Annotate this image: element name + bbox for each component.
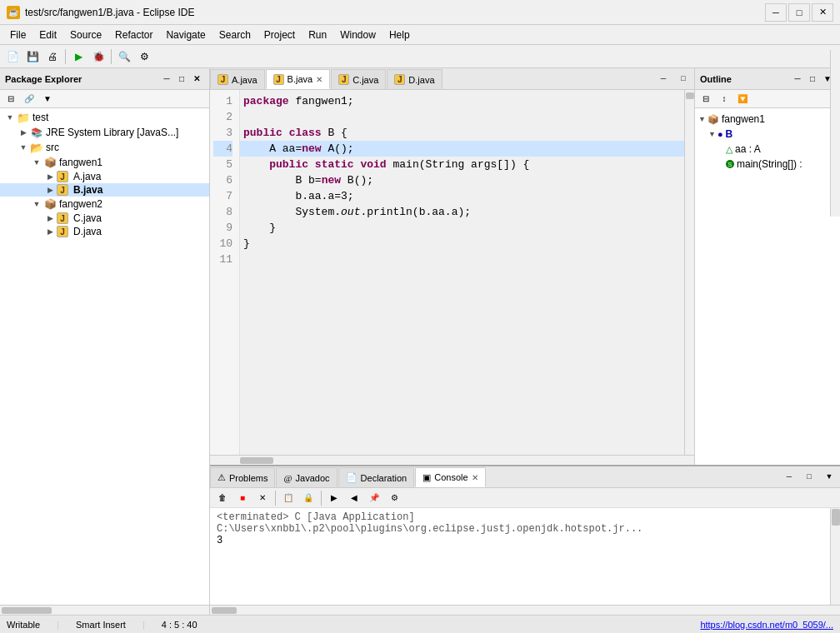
tree-item-jre[interactable]: ▶ 📚 JRE System Library [JavaS...] [0, 125, 209, 140]
console-prev[interactable]: ◀ [345, 489, 363, 507]
tree-item-Djava[interactable]: ▶ J D.java [0, 225, 209, 238]
menu-item-file[interactable]: File [3, 27, 32, 42]
package-explorer-toolbar: ⊟ 🔗 ▼ [0, 90, 209, 108]
toolbar-print[interactable]: 🖨 [43, 47, 62, 66]
tab-problems[interactable]: ⚠ Problems [210, 467, 275, 487]
editor-scroll-thumb-h[interactable] [240, 457, 273, 464]
link-with-editor-button[interactable]: 🔗 [20, 90, 38, 108]
menu-item-window[interactable]: Window [333, 27, 382, 42]
outline-maximize[interactable]: □ [805, 72, 820, 87]
tree-item-Ajava[interactable]: ▶ J A.java [0, 170, 209, 183]
tab-console[interactable]: ▣ Console ✕ [415, 467, 485, 487]
maximize-button[interactable]: □ [788, 3, 810, 22]
console-scrollbar-v[interactable] [830, 508, 840, 605]
tree-item-test[interactable]: ▼ 📁 test [0, 110, 209, 125]
status-bar: Writable | Smart Insert | 4 : 5 : 40 htt… [0, 615, 840, 633]
console-sep-2 [321, 491, 322, 506]
console-scroll-thumb[interactable] [832, 509, 840, 526]
tree-label-jre: JRE System Library [JavaS...] [46, 127, 178, 138]
bottom-menu[interactable]: ▼ [820, 467, 838, 486]
outline-label-B: B [726, 128, 733, 140]
tree-icon-Djava: J [57, 226, 68, 237]
editor-scrollbar-h[interactable] [210, 455, 694, 465]
close-button[interactable]: ✕ [812, 3, 833, 22]
outline-scrollbar[interactable] [830, 50, 840, 217]
outline-item-aa[interactable]: ▶ △ aa : A [695, 142, 840, 157]
collapse-all-button[interactable]: ⊟ [2, 90, 20, 108]
console-terminated-line: <terminated> C [Java Application] C:\Use… [217, 511, 823, 535]
tree-item-fangwen1[interactable]: ▼ 📦 fangwen1 [0, 155, 209, 170]
package-explorer-close[interactable]: ✕ [189, 72, 204, 87]
outline-icon-main: S [726, 160, 734, 168]
horizontal-scroll-thumb[interactable] [2, 607, 52, 614]
tab-javadoc[interactable]: @ Javadoc [276, 467, 337, 487]
minimize-button[interactable]: ─ [765, 3, 787, 22]
outline-item-B[interactable]: ▼ ● B [695, 127, 840, 142]
package-explorer-scrollbar[interactable] [0, 605, 209, 615]
code-line-11 [240, 252, 684, 267]
menu-item-navigate[interactable]: Navigate [159, 27, 212, 42]
bottom-minimize[interactable]: ─ [780, 467, 798, 486]
status-insert-mode: Smart Insert [76, 620, 126, 630]
menu-item-help[interactable]: Help [382, 27, 417, 42]
menu-item-refactor[interactable]: Refactor [108, 27, 159, 42]
console-scrollbar-h[interactable] [210, 605, 840, 615]
outline-collapse[interactable]: ⊟ [697, 90, 715, 108]
bottom-maximize[interactable]: □ [800, 467, 818, 486]
editor-minimize[interactable]: ─ [654, 69, 672, 87]
outline-item-main[interactable]: ▶ S main(String[]) : [695, 157, 840, 172]
outline-item-fangwen1[interactable]: ▼ 📦 fangwen1 [695, 112, 840, 127]
package-explorer-maximize[interactable]: □ [174, 72, 189, 87]
console-remove[interactable]: ✕ [253, 489, 272, 507]
toolbar-debug[interactable]: 🐞 [89, 47, 108, 66]
tab-Djava[interactable]: J D.java [387, 69, 442, 89]
menu-item-edit[interactable]: Edit [32, 27, 63, 42]
tree-item-fangwen2[interactable]: ▼ 📦 fangwen2 [0, 197, 209, 212]
code-content[interactable]: package fangwen1; public class B { A aa=… [240, 90, 684, 455]
console-next[interactable]: ▶ [325, 489, 343, 507]
tab-close-Bjava[interactable]: ✕ [316, 75, 322, 84]
console-terminate[interactable]: ■ [233, 489, 252, 507]
toolbar-new[interactable]: 📄 [3, 47, 22, 66]
line-num-1: 1 [213, 93, 232, 109]
menu-item-search[interactable]: Search [212, 27, 258, 42]
tree-item-src[interactable]: ▼ 📂 src [0, 140, 209, 155]
outline-minimize[interactable]: ─ [790, 72, 805, 87]
editor-scroll-thumb-v[interactable] [686, 92, 694, 99]
tree-icon-src: 📂 [30, 141, 43, 154]
console-pin[interactable]: 📌 [365, 489, 383, 507]
toolbar: 📄 💾 🖨 ▶ 🐞 🔍 ⚙ [0, 45, 840, 68]
package-explorer-minimize[interactable]: ─ [159, 72, 174, 87]
editor-main: J A.java J B.java ✕ J [210, 68, 694, 465]
tree-arrow-Ajava: ▶ [43, 172, 57, 181]
menu-item-source[interactable]: Source [63, 27, 108, 42]
tree-item-Bjava[interactable]: ▶ J B.java [0, 183, 209, 197]
menu-item-project[interactable]: Project [258, 27, 302, 42]
tree-item-Cjava[interactable]: ▶ J C.java [0, 212, 209, 225]
tab-label-console: Console [434, 472, 468, 482]
outline-filter[interactable]: 🔽 [733, 90, 752, 108]
tab-declaration[interactable]: 📄 Declaration [338, 467, 415, 487]
toolbar-save[interactable]: 💾 [23, 47, 42, 66]
status-link[interactable]: https://blog.csdn.net/m0_5059/... [700, 620, 833, 630]
code-line-3: public class B { [240, 125, 684, 141]
console-clear[interactable]: 🗑 [213, 489, 232, 507]
toolbar-settings[interactable]: ⚙ [135, 47, 153, 66]
editor-scrollbar-v[interactable] [684, 90, 694, 455]
view-menu-button[interactable]: ▼ [38, 90, 57, 108]
console-settings[interactable]: ⚙ [385, 489, 403, 507]
outline-icon-fangwen1: 📦 [708, 114, 719, 125]
console-tab-close[interactable]: ✕ [472, 473, 478, 482]
tab-Cjava[interactable]: J C.java [331, 69, 386, 89]
console-scroll-lock[interactable]: 🔒 [299, 489, 318, 507]
line-num-10: 10 [213, 236, 232, 252]
tab-Bjava[interactable]: J B.java ✕ [266, 69, 331, 89]
toolbar-run[interactable]: ▶ [69, 47, 88, 66]
toolbar-search[interactable]: 🔍 [115, 47, 133, 66]
outline-sort[interactable]: ↕ [715, 90, 733, 108]
menu-item-run[interactable]: Run [302, 27, 333, 42]
console-copy[interactable]: 📋 [279, 489, 298, 507]
console-scroll-thumb-h[interactable] [212, 607, 237, 614]
editor-maximize[interactable]: □ [674, 69, 692, 87]
tab-Ajava[interactable]: J A.java [210, 69, 265, 89]
